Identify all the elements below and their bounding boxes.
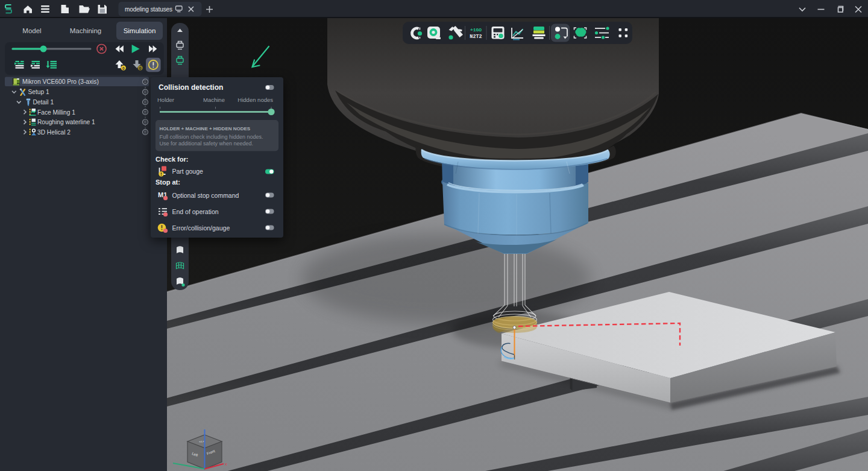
svg-text:Full collision check including: Full collision check including hidden no… <box>160 134 263 140</box>
svg-text:0: 0 <box>122 66 125 71</box>
svg-text:Part gouge: Part gouge <box>172 168 204 175</box>
svg-text:Machine: Machine <box>203 96 225 103</box>
svg-text:Holder: Holder <box>157 96 174 103</box>
svg-text:Mikron VCE600 Pro (3-axis): Mikron VCE600 Pro (3-axis) <box>22 78 99 85</box>
svg-text:Check for:: Check for: <box>156 156 188 163</box>
svg-text:Detail 1: Detail 1 <box>33 99 54 106</box>
svg-text:Roughing waterline 1: Roughing waterline 1 <box>37 119 95 125</box>
svg-text:Error/collision/gauge: Error/collision/gauge <box>172 224 230 232</box>
svg-text:0: 0 <box>139 66 142 71</box>
svg-text:Use for additional safety when: Use for additional safety when needed. <box>160 141 254 147</box>
svg-text:+z↗: +z↗ <box>199 440 204 443</box>
svg-text:x: x <box>225 461 227 467</box>
svg-text:+1GO: +1GO <box>470 27 482 33</box>
svg-text:Optional stop command: Optional stop command <box>172 192 239 199</box>
svg-text:Collision detection: Collision detection <box>159 83 223 92</box>
svg-text:N2T2: N2T2 <box>470 34 482 40</box>
svg-text:Face Milling 1: Face Milling 1 <box>37 109 75 116</box>
svg-text:3D Helical 2: 3D Helical 2 <box>37 129 71 136</box>
svg-text:Hidden nodes: Hidden nodes <box>237 96 273 103</box>
svg-text:HOLDER + MACHINE + HIDDEN NODE: HOLDER + MACHINE + HIDDEN NODES <box>160 126 251 131</box>
svg-text:Setup 1: Setup 1 <box>28 89 49 95</box>
svg-text:End of operation: End of operation <box>172 208 219 215</box>
svg-text:Stop at:: Stop at: <box>156 179 180 186</box>
svg-text:modeling statuses: modeling statuses <box>125 6 172 13</box>
